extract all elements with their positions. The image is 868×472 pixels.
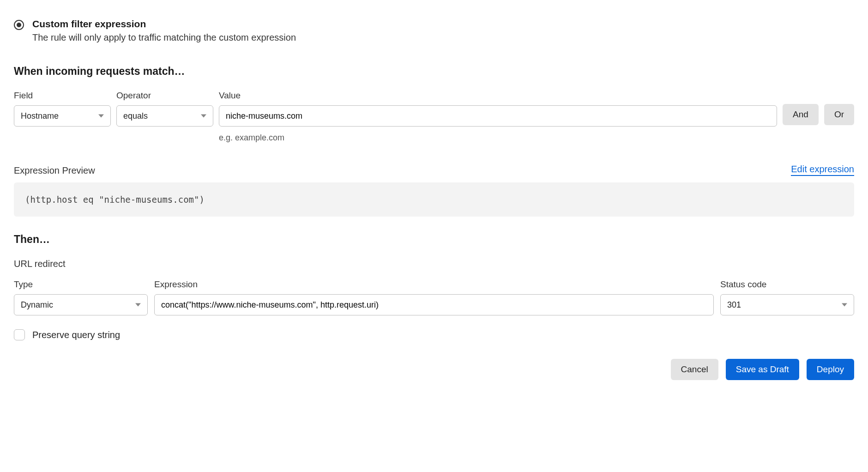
chevron-down-icon (98, 115, 104, 118)
type-select[interactable]: Dynamic (14, 294, 148, 315)
field-label: Field (14, 91, 111, 101)
operator-select[interactable]: equals (116, 105, 213, 127)
then-heading: Then… (14, 233, 854, 246)
value-hint: e.g. example.com (219, 133, 777, 143)
url-redirect-subheading: URL redirect (14, 259, 854, 269)
edit-expression-link[interactable]: Edit expression (791, 164, 854, 176)
or-button[interactable]: Or (824, 104, 854, 125)
status-code-label: Status code (720, 279, 854, 290)
radio-icon (14, 20, 24, 30)
field-select-value: Hostname (21, 111, 59, 121)
preserve-query-string-checkbox[interactable] (14, 329, 25, 340)
and-button[interactable]: And (783, 104, 819, 125)
chevron-down-icon (842, 303, 847, 307)
operator-select-value: equals (123, 111, 148, 121)
filter-option-title: Custom filter expression (32, 18, 296, 30)
cancel-button[interactable]: Cancel (671, 359, 718, 380)
expression-label: Expression (154, 279, 714, 290)
status-code-select[interactable]: 301 (720, 294, 854, 315)
status-code-value: 301 (727, 300, 741, 310)
save-as-draft-button[interactable]: Save as Draft (726, 359, 799, 380)
operator-label: Operator (116, 91, 213, 101)
filter-option-description: The rule will only apply to traffic matc… (32, 32, 296, 43)
preserve-query-string-label: Preserve query string (32, 330, 120, 340)
expression-preview-code: (http.host eq "niche-museums.com") (14, 182, 854, 217)
expression-preview-label: Expression Preview (14, 165, 95, 176)
chevron-down-icon (201, 115, 206, 118)
filter-option-custom[interactable]: Custom filter expression The rule will o… (14, 18, 854, 43)
value-label: Value (219, 91, 777, 101)
match-heading: When incoming requests match… (14, 65, 854, 78)
field-select[interactable]: Hostname (14, 105, 111, 127)
expression-input[interactable] (154, 294, 714, 315)
value-input[interactable] (219, 105, 777, 127)
deploy-button[interactable]: Deploy (807, 359, 854, 380)
type-select-value: Dynamic (21, 300, 53, 310)
type-label: Type (14, 279, 148, 290)
chevron-down-icon (135, 303, 141, 307)
